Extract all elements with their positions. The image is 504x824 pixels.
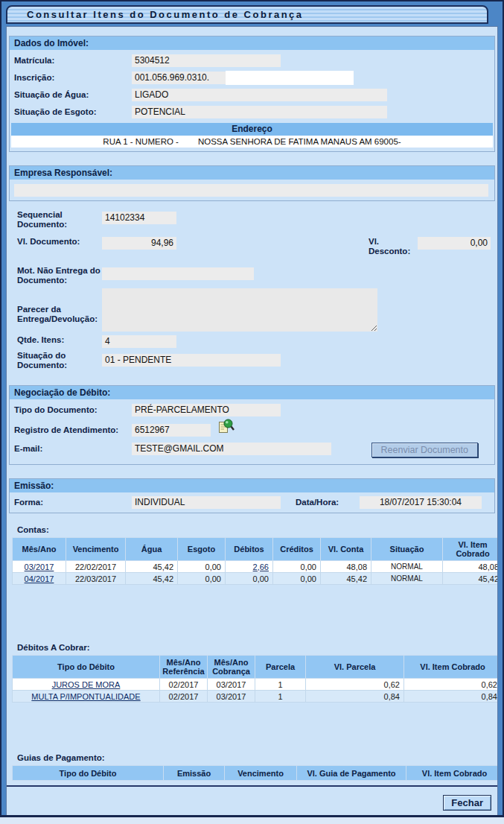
column-header: Mês/Ano bbox=[13, 538, 66, 561]
panel-negociacao-header: Negociação de Débito: bbox=[10, 386, 494, 399]
data-hora-label: Data/Hora: bbox=[296, 496, 360, 507]
table-cell: 45,42 bbox=[126, 573, 178, 585]
footer-bar: Fechar bbox=[7, 785, 497, 815]
inscricao-value: 001.056.969.0310. bbox=[135, 72, 209, 83]
row-registro-atendimento: Registro de Atendimento: 6512967 bbox=[14, 421, 494, 438]
table-row: 03/201722/02/201745,420,002,660,0048,08N… bbox=[13, 561, 499, 573]
table-cell: 0,84 bbox=[404, 691, 499, 703]
table-cell: 45,42 bbox=[443, 573, 499, 585]
table-cell: 0,00 bbox=[273, 573, 321, 585]
data-hora-field[interactable]: 18/07/2017 15:30:04 bbox=[360, 496, 482, 509]
table-link[interactable]: 04/2017 bbox=[25, 574, 54, 583]
row-parecer: Parecer da Entrega/Devolução: bbox=[17, 288, 497, 332]
endereco-part2: NOSSA SENHORA DE FATIMA MANAUS AM 69005- bbox=[198, 137, 401, 146]
table-cell: 48,08 bbox=[443, 561, 499, 573]
debitos-table: Tipo do DébitoMês/Ano ReferênciaMês/Ano … bbox=[12, 655, 498, 703]
column-header: Mês/Ano Referência bbox=[160, 656, 208, 679]
row-email: E-mail: TESTE@GMAIL.COM Reenviar Documen… bbox=[14, 443, 494, 457]
panel-dados-imovel: Dados do Imóvel: Matrícula: 5304512 Insc… bbox=[9, 36, 495, 152]
inscricao-field[interactable]: 001.056.969.0310. bbox=[132, 72, 281, 84]
row-sequencial: Sequencial Documento: 14102334 bbox=[17, 210, 497, 229]
fechar-button[interactable]: Fechar bbox=[443, 795, 491, 811]
document-magnifier-icon bbox=[218, 418, 235, 436]
reenviar-documento-button[interactable]: Reenviar Documento bbox=[371, 443, 478, 457]
row-tipo-documento: Tipo do Documento: PRÉ-PARCELAMENTO bbox=[14, 404, 494, 416]
panel-emissao: Emissão: Forma: INDIVIDUAL Data/Hora: 18… bbox=[9, 478, 495, 513]
table-row: JUROS DE MORA02/201703/201710,620,62 bbox=[13, 679, 499, 691]
situacao-documento-label: Situação do Documento: bbox=[17, 351, 102, 370]
table-cell: 0,84 bbox=[306, 691, 404, 703]
situacao-documento-field[interactable]: 01 - PENDENTE bbox=[102, 354, 281, 367]
vl-desconto-field[interactable]: 0,00 bbox=[418, 237, 491, 250]
inscricao-label: Inscrição: bbox=[14, 72, 132, 83]
guias-table-wrap: Tipo do DébitoEmissãoVencimentoVl. Guia … bbox=[12, 765, 492, 781]
column-header: Vl. Parcela bbox=[306, 656, 404, 679]
column-header: Tipo do Débito bbox=[13, 766, 164, 781]
endereco-part1: RUA 1 - NUMERO - bbox=[103, 137, 179, 146]
form-content: Dados do Imóvel: Matrícula: 5304512 Insc… bbox=[6, 26, 498, 815]
row-emissao: Forma: INDIVIDUAL Data/Hora: 18/07/2017 … bbox=[14, 496, 494, 509]
table-link[interactable]: MULTA P/IMPONTUALIDADE bbox=[31, 692, 140, 701]
table-cell: NORMAL bbox=[371, 561, 443, 573]
table-cell: NORMAL bbox=[371, 573, 443, 585]
table-cell: MULTA P/IMPONTUALIDADE bbox=[13, 691, 160, 703]
row-matricula: Matrícula: 5304512 bbox=[14, 54, 494, 67]
registro-lookup-icon[interactable] bbox=[218, 418, 235, 438]
table-row: 04/201722/03/201745,420,000,000,0045,42N… bbox=[13, 573, 499, 585]
row-situacao-documento: Situação do Documento: 01 - PENDENTE bbox=[17, 351, 497, 370]
debitos-title: Débitos A Cobrar: bbox=[17, 643, 497, 652]
endereco-value-row: RUA 1 - NUMERO -NOSSA SENHORA DE FATIMA … bbox=[11, 136, 493, 148]
column-header: Vl. Guia de Pagamento bbox=[297, 766, 406, 781]
documento-section: Sequencial Documento: 14102334 Vl. Docum… bbox=[17, 210, 497, 370]
table-link[interactable]: JUROS DE MORA bbox=[52, 680, 121, 689]
mot-nao-entrega-field[interactable] bbox=[102, 267, 254, 280]
column-header: Situação bbox=[371, 538, 443, 561]
column-header: Água bbox=[126, 538, 178, 561]
empresa-field[interactable] bbox=[14, 184, 488, 197]
qtde-itens-field[interactable]: 4 bbox=[102, 335, 176, 348]
redaction-patch bbox=[226, 71, 354, 85]
table-cell: 22/02/2017 bbox=[66, 561, 126, 573]
column-header: Esgoto bbox=[178, 538, 226, 561]
debitos-table-wrap: Tipo do DébitoMês/Ano ReferênciaMês/Ano … bbox=[12, 655, 492, 703]
sequencial-field[interactable]: 14102334 bbox=[102, 212, 176, 224]
row-qtde-itens: Qtde. Itens: 4 bbox=[17, 335, 497, 348]
row-mot-nao-entrega: Mot. Não Entrega do Documento: bbox=[17, 266, 497, 285]
email-field[interactable]: TESTE@GMAIL.COM bbox=[132, 443, 331, 455]
row-empresa bbox=[14, 184, 494, 197]
registro-atendimento-label: Registro de Atendimento: bbox=[14, 421, 132, 435]
row-situacao-esgoto: Situação de Esgoto: POTENCIAL bbox=[14, 106, 494, 118]
email-label: E-mail: bbox=[14, 443, 132, 454]
column-header: Mês/Ano Cobrança bbox=[208, 656, 255, 679]
table-header-row: Tipo do DébitoMês/Ano ReferênciaMês/Ano … bbox=[13, 656, 499, 679]
column-header: Vl. Item Cobrado bbox=[406, 766, 499, 781]
table-cell: 04/2017 bbox=[13, 573, 66, 585]
table-link[interactable]: 03/2017 bbox=[25, 562, 54, 571]
situacao-esgoto-field[interactable]: POTENCIAL bbox=[132, 106, 387, 118]
qtde-itens-label: Qtde. Itens: bbox=[17, 335, 102, 345]
page-title: Consultar Itens do Documento de Cobrança bbox=[27, 9, 304, 20]
parecer-textarea[interactable] bbox=[102, 288, 377, 332]
situacao-esgoto-label: Situação de Esgoto: bbox=[14, 106, 132, 117]
panel-empresa: Empresa Responsável: bbox=[9, 165, 495, 201]
parecer-label: Parecer da Entrega/Devolução: bbox=[17, 288, 102, 324]
table-link[interactable]: 2,66 bbox=[253, 562, 269, 571]
column-header: Vencimento bbox=[66, 538, 126, 561]
registro-atendimento-field[interactable]: 6512967 bbox=[132, 424, 211, 437]
tipo-documento-field[interactable]: PRÉ-PARCELAMENTO bbox=[132, 404, 281, 416]
forma-field[interactable]: INDIVIDUAL bbox=[132, 496, 281, 509]
vl-documento-field[interactable]: 94,96 bbox=[102, 237, 176, 250]
row-inscricao: Inscrição: 001.056.969.0310. bbox=[14, 72, 494, 84]
group-vl-desconto: Vl. Desconto: 0,00 bbox=[369, 237, 491, 256]
table-cell: 1 bbox=[255, 679, 306, 691]
table-cell: 45,42 bbox=[126, 561, 178, 573]
column-header: Tipo do Débito bbox=[13, 656, 160, 679]
table-cell: 02/2017 bbox=[160, 679, 208, 691]
vl-desconto-label: Vl. Desconto: bbox=[369, 237, 418, 256]
table-cell: 0,62 bbox=[306, 679, 404, 691]
situacao-agua-field[interactable]: LIGADO bbox=[132, 89, 387, 101]
table-cell: 03/2017 bbox=[13, 561, 66, 573]
matricula-field[interactable]: 5304512 bbox=[132, 54, 281, 67]
column-header: Vencimento bbox=[225, 766, 297, 781]
table-cell: 0,00 bbox=[273, 561, 321, 573]
